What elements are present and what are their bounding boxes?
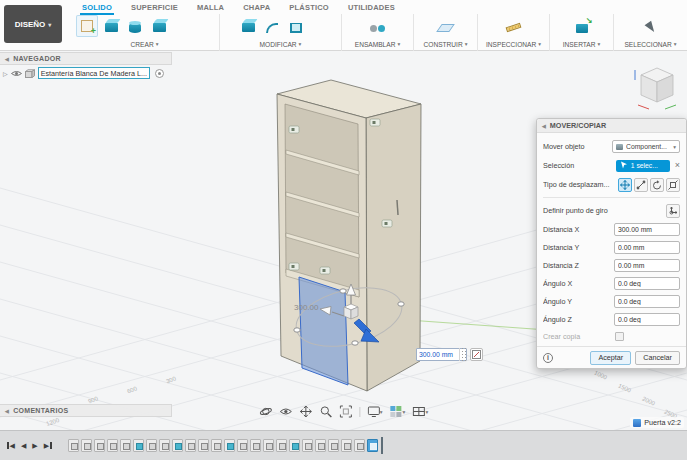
caret-down-icon: ▾ [380, 409, 383, 415]
field-input[interactable] [614, 259, 680, 272]
crear-dropdown[interactable]: CREAR ▾ [73, 38, 216, 50]
timeline-feature-icon[interactable] [367, 439, 378, 452]
grid-snaps-icon[interactable]: ▾ [388, 404, 408, 419]
create-sketch-icon[interactable] [76, 15, 98, 37]
drag-grip-icon[interactable] [459, 348, 466, 361]
tab-malla[interactable]: MALLA [195, 1, 226, 15]
timeline-feature-icon[interactable] [224, 439, 235, 452]
selection-chip[interactable]: 1 selec... [616, 160, 670, 172]
construir-dropdown[interactable]: CONSTRUIR ▾ [417, 38, 474, 50]
timeline-feature-icon[interactable] [94, 439, 105, 452]
timeline-feature-icon[interactable] [354, 439, 365, 452]
orbit-icon[interactable] [257, 404, 274, 419]
cancel-button[interactable]: Cancelar [635, 351, 680, 365]
timeline-feature-icon[interactable] [263, 439, 274, 452]
accept-button[interactable]: Aceptar [590, 351, 631, 365]
zoom-icon[interactable] [317, 404, 334, 419]
field-input[interactable] [614, 223, 680, 236]
free-move-icon[interactable] [666, 178, 680, 192]
timeline-feature-icon[interactable] [81, 439, 92, 452]
revolve-icon[interactable] [124, 15, 146, 37]
visibility-eye-icon[interactable] [11, 64, 22, 82]
move-object-row: Mover objeto Component... ▾ [543, 137, 680, 156]
expand-right-icon[interactable]: ▷ [3, 70, 8, 77]
dimension-input[interactable] [417, 351, 459, 358]
timeline-feature-icon[interactable] [289, 439, 300, 452]
dimension-options-button[interactable] [470, 348, 483, 361]
field-input[interactable] [614, 295, 680, 308]
set-pivot-icon[interactable] [666, 204, 680, 218]
collapse-left-icon[interactable]: ◀ [5, 408, 9, 414]
timeline-feature-icon[interactable] [120, 439, 131, 452]
timeline-feature-icon[interactable] [341, 439, 352, 452]
rotate-icon[interactable] [650, 178, 664, 192]
insert-icon[interactable] [571, 15, 593, 37]
step-back-icon[interactable]: ◀ [21, 442, 26, 449]
timeline-feature-icon[interactable] [302, 439, 313, 452]
timeline-feature-icon[interactable] [159, 439, 170, 452]
measure-icon[interactable] [503, 15, 525, 37]
viewcube[interactable] [630, 60, 684, 118]
shell-icon[interactable] [285, 15, 307, 37]
box-icon[interactable] [148, 15, 170, 37]
timeline-feature-icon[interactable] [237, 439, 248, 452]
timeline-feature-icon[interactable] [250, 439, 261, 452]
translate-icon[interactable] [618, 178, 632, 192]
info-icon[interactable]: i [543, 353, 553, 363]
tab-solido[interactable]: SOLIDO [80, 1, 114, 15]
activate-component-radio[interactable] [155, 69, 164, 78]
tab-utilidades[interactable]: UTILIDADES [346, 1, 397, 15]
timeline-feature-icon[interactable] [172, 439, 183, 452]
press-pull-icon[interactable] [237, 15, 259, 37]
component-icon [633, 419, 641, 427]
tab-chapa[interactable]: CHAPA [241, 1, 272, 15]
field-input[interactable] [614, 277, 680, 290]
skip-to-start-icon[interactable]: ◀ [7, 442, 15, 449]
caret-down-icon: ▾ [597, 41, 600, 47]
selection-label: Selección [543, 161, 616, 170]
clear-selection-icon[interactable]: × [675, 161, 680, 170]
timeline-feature-icon[interactable] [198, 439, 209, 452]
timeline-feature-icon[interactable] [107, 439, 118, 452]
play-icon[interactable]: ▶ [32, 442, 37, 449]
timeline-feature-icon[interactable] [133, 439, 144, 452]
design-menu-button[interactable]: DISEÑO ▾ [4, 5, 62, 43]
skip-to-end-icon[interactable]: ▶ [44, 442, 52, 449]
tab-superficie[interactable]: SUPERFICIE [129, 1, 180, 15]
display-settings-icon[interactable]: ▾ [365, 404, 385, 419]
timeline-feature-icon[interactable] [185, 439, 196, 452]
timeline-feature-icon[interactable] [68, 439, 79, 452]
fillet-icon[interactable] [261, 15, 283, 37]
select-icon[interactable] [640, 15, 662, 37]
point-to-point-icon[interactable] [634, 178, 648, 192]
ensamblar-dropdown[interactable]: ENSAMBLAR ▾ [345, 38, 410, 50]
look-at-icon[interactable] [277, 404, 294, 419]
component-icon [616, 144, 623, 150]
tab-plastico[interactable]: PLÁSTICO [287, 1, 331, 15]
modificar-dropdown[interactable]: MODIFICAR ▾ [223, 38, 338, 50]
insertar-dropdown[interactable]: INSERTAR ▾ [553, 38, 610, 50]
timeline-feature-icon[interactable] [276, 439, 287, 452]
viewports-icon[interactable]: ▾ [410, 404, 430, 419]
inspeccionar-dropdown[interactable]: INSPECCIONAR ▾ [481, 38, 546, 50]
timeline-feature-icon[interactable] [328, 439, 339, 452]
move-copy-dialog: ◀ MOVER/COPIAR Mover objeto Component...… [536, 118, 687, 369]
collapse-left-icon[interactable]: ◀ [5, 56, 9, 62]
pan-icon[interactable] [297, 404, 314, 419]
timeline-feature-icon[interactable] [315, 439, 326, 452]
field-input[interactable] [614, 241, 680, 254]
extrude-icon[interactable] [100, 15, 122, 37]
construction-plane-icon[interactable] [435, 15, 457, 37]
timeline-position-marker[interactable] [381, 437, 383, 454]
move-object-select[interactable]: Component... ▾ [612, 140, 680, 153]
timeline-feature-icon[interactable] [211, 439, 222, 452]
collapse-left-icon[interactable]: ◀ [542, 123, 546, 129]
joint-icon[interactable] [367, 15, 389, 37]
field-input[interactable] [614, 313, 680, 326]
dialog-header[interactable]: ◀ MOVER/COPIAR [537, 119, 686, 133]
seleccionar-dropdown[interactable]: SELECCIONAR ▾ [617, 38, 684, 50]
browser-root-item[interactable]: ▷ Estantería Blanca De Madera L... [0, 65, 172, 81]
create-copy-checkbox[interactable] [615, 332, 624, 341]
fit-icon[interactable] [337, 404, 354, 419]
timeline-feature-icon[interactable] [146, 439, 157, 452]
